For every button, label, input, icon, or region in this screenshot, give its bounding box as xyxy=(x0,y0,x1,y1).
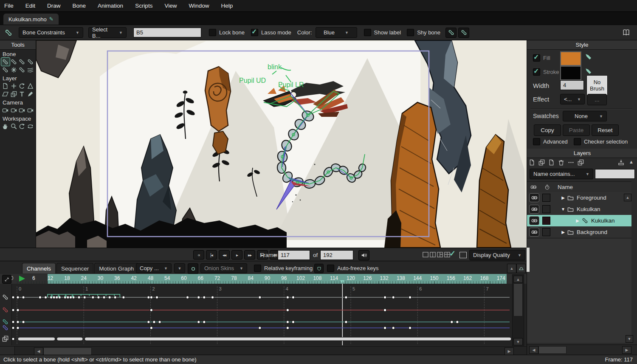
collapse-panel-icon[interactable]: ▲ xyxy=(629,159,634,164)
fill-eyedropper-icon[interactable] xyxy=(585,53,592,60)
bone-channel-teal-track-icon[interactable] xyxy=(2,319,8,325)
help-manual-icon[interactable] xyxy=(622,29,630,36)
layers-scroll-up-button[interactable]: ▲ xyxy=(624,194,631,201)
timeline-scroll-right-button[interactable]: ▶ xyxy=(505,347,514,355)
menu-view[interactable]: View xyxy=(164,3,177,9)
roll-camera-tool[interactable] xyxy=(18,106,26,114)
layer-visibility-icon[interactable] xyxy=(529,228,539,237)
fill-checkbox[interactable]: Fill xyxy=(533,54,550,62)
tool-group-dropdown[interactable]: Bone Constraints▼ xyxy=(19,27,83,38)
timeline-vscroll-thumb[interactable] xyxy=(513,283,523,316)
timeline-resize-button[interactable] xyxy=(516,264,526,273)
orbit-workspace-tool[interactable] xyxy=(26,122,35,130)
menu-animation[interactable]: Animation xyxy=(98,3,123,9)
layer-filter-input[interactable] xyxy=(595,169,635,179)
total-frames-input[interactable] xyxy=(320,250,353,260)
timeline-hscroll-thumb[interactable] xyxy=(43,347,92,355)
flatten-layers-icon[interactable] xyxy=(618,159,624,166)
layer-row-foreground[interactable]: ▶Foreground xyxy=(527,192,631,204)
swatches-dropdown[interactable]: None▼ xyxy=(563,111,607,121)
layer-expand-triangle[interactable]: ▶ xyxy=(575,218,580,223)
bone-scaling-mode-button[interactable] xyxy=(458,28,469,38)
layer-visibility-icon[interactable] xyxy=(529,216,539,225)
stroke-eyedropper-icon[interactable] xyxy=(585,68,592,75)
shy-bone-checkbox-box[interactable] xyxy=(407,29,414,36)
menu-window[interactable]: Window xyxy=(189,3,209,9)
orbit-layer-tool[interactable] xyxy=(26,82,35,90)
timeline-extra-dropdown[interactable]: ▼ xyxy=(174,263,185,273)
layers-scroll-down-button[interactable]: ▼ xyxy=(626,335,633,343)
fill-checkbox-box[interactable] xyxy=(533,54,540,62)
play-button[interactable]: ▸ xyxy=(231,250,242,260)
lock-bone-checkbox[interactable]: Lock bone xyxy=(209,29,245,36)
canvas-viewport[interactable]: blink Pupil UD Pupil LR xyxy=(36,40,527,248)
effect-more-button[interactable]: ... xyxy=(587,94,607,105)
reset-style-button[interactable]: Reset xyxy=(592,124,619,136)
bone-squash-stretch-button[interactable] xyxy=(445,28,457,38)
translate-bone-tool[interactable] xyxy=(10,58,18,66)
checker-selection-checkbox[interactable]: Checker selection xyxy=(574,138,628,145)
bone-color-dropdown[interactable]: Blue▼ xyxy=(316,27,357,38)
audio-mute-button[interactable] xyxy=(358,250,369,260)
bone-strength-tool[interactable] xyxy=(18,66,26,74)
layers-hscroll-thumb[interactable] xyxy=(538,346,567,354)
rename-document-icon[interactable]: ✎ xyxy=(49,16,54,22)
layers-hscrollbar[interactable]: ◀ ▶ xyxy=(527,344,637,354)
current-frame-input[interactable] xyxy=(278,250,310,260)
timeline-scroll-up-button[interactable]: ▲ xyxy=(513,276,523,283)
effect-dropdown[interactable]: <...▼ xyxy=(560,94,585,104)
stroke-color-swatch[interactable] xyxy=(560,66,581,80)
relative-keyframing-checkbox-box[interactable] xyxy=(254,265,261,272)
layer-row-background[interactable]: ▶Background xyxy=(527,226,631,238)
auto-freeze-keys-checkbox-box[interactable] xyxy=(327,265,334,272)
menu-help[interactable]: Help xyxy=(221,3,233,9)
timeline-marker-button[interactable] xyxy=(188,263,198,274)
bone-label-blink[interactable]: blink xyxy=(268,63,282,71)
follow-path-tool[interactable] xyxy=(10,90,18,98)
bone-wind-tool[interactable] xyxy=(26,66,35,74)
menu-edit[interactable]: Edit xyxy=(25,3,35,9)
timeline-collapse-tracks-button[interactable]: ▲ xyxy=(507,264,516,273)
document-tab[interactable]: Kukulkan.moho ✎ xyxy=(3,14,59,25)
insert-text-tool[interactable] xyxy=(18,90,26,98)
more-options-icon[interactable] xyxy=(568,159,574,166)
layer-comps-icon[interactable] xyxy=(578,159,584,166)
step-back-button[interactable]: ◂◂ xyxy=(219,250,230,260)
rotate-workspace-tool[interactable] xyxy=(18,122,26,130)
menu-file[interactable]: File xyxy=(4,3,14,9)
show-label-checkbox[interactable]: Show label xyxy=(364,29,401,36)
timeline-vscrollbar[interactable]: ▲ ▼ xyxy=(512,274,524,347)
timeline-tab-channels[interactable]: Channels xyxy=(22,263,56,274)
new-reference-layer-icon[interactable] xyxy=(548,159,555,166)
add-bone-tool[interactable] xyxy=(18,58,26,66)
duplicate-layer-icon[interactable] xyxy=(538,159,545,166)
fill-color-swatch[interactable] xyxy=(560,51,581,66)
paste-style-button[interactable]: Paste xyxy=(563,124,590,136)
pan-tilt-camera-tool[interactable] xyxy=(26,106,35,114)
two-views-icon[interactable] xyxy=(430,252,436,259)
select-bone-dropdown[interactable]: Select B...▼ xyxy=(88,27,127,38)
layer-color-swatch[interactable] xyxy=(542,217,550,225)
stroke-checkbox-box[interactable] xyxy=(533,68,540,76)
timeline-tracks[interactable]: 01234567 xyxy=(0,284,527,345)
single-view-icon[interactable] xyxy=(423,252,428,259)
menu-scripts[interactable]: Scripts xyxy=(135,3,152,9)
advanced-checkbox-box[interactable] xyxy=(533,138,540,145)
layer-visibility-icon[interactable] xyxy=(529,193,539,202)
display-quality-dropdown[interactable]: Display Quality▼ xyxy=(469,250,525,260)
timeline-tab-sequencer[interactable]: Sequencer xyxy=(56,263,93,274)
timeline-scroll-down-button[interactable]: ▼ xyxy=(513,338,523,345)
menu-bone[interactable]: Bone xyxy=(73,3,86,9)
bone-name-input[interactable] xyxy=(133,28,201,37)
transform-layer-tool[interactable] xyxy=(1,82,10,90)
layers-scroll-left-button[interactable]: ◀ xyxy=(529,346,538,354)
enable-drawing-check-icon[interactable]: ✓ xyxy=(449,249,456,258)
timeline-tab-motion-graph[interactable]: Motion Graph xyxy=(94,263,138,274)
lasso-mode-checkbox-box[interactable] xyxy=(251,29,258,36)
zoom-camera-tool[interactable] xyxy=(10,106,18,114)
bone-channel-blue-track-icon[interactable] xyxy=(2,324,8,331)
onion-skins-dropdown[interactable]: Onion Skins▼ xyxy=(200,263,247,273)
auto-freeze-keys-checkbox[interactable]: Auto-freeze keys xyxy=(327,265,379,272)
menu-draw[interactable]: Draw xyxy=(47,3,61,9)
timeline-hscrollbar[interactable]: ◀ ▶ xyxy=(0,346,527,355)
